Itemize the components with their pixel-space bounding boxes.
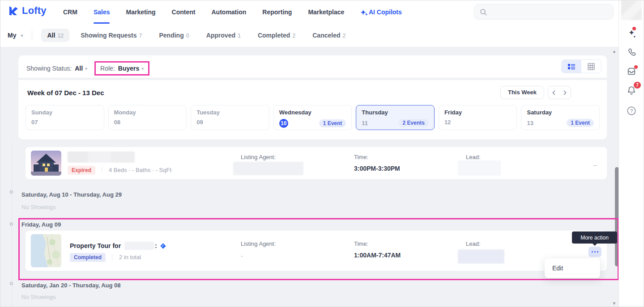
grid-view-icon [588, 63, 595, 70]
nav-crm[interactable]: CRM [63, 0, 77, 24]
role-value[interactable]: Buyers [118, 65, 139, 72]
day-card-thursday[interactable]: Thursday 11 2 Events [356, 105, 435, 130]
more-action-tooltip: More action [572, 231, 617, 244]
listing-agent-label: Listing Agent: [241, 240, 276, 247]
property-details: 4 Beds · - Baths · - SqFt [109, 167, 171, 173]
question-icon: ? [627, 106, 636, 116]
event-count-badge: 2 Events [399, 119, 429, 127]
redacted-agent [233, 162, 303, 175]
app-window: Lofty CRM Sales Marketing Content Automa… [0, 0, 644, 307]
tab-canceled[interactable]: Canceled 2 [307, 29, 351, 42]
price-value: -- [593, 162, 597, 168]
listing-agent-value: - [241, 252, 243, 259]
day-card-saturday[interactable]: Saturday 13 1 Event [521, 105, 600, 130]
redacted-lead [458, 160, 501, 176]
help-button[interactable]: ? [619, 106, 644, 116]
nav-automation[interactable]: Automation [212, 0, 247, 24]
nav-ai-copilots[interactable]: ✦✦ AI Copilots [360, 8, 401, 16]
tour-colon: : [155, 242, 157, 249]
phone-button[interactable] [619, 48, 644, 57]
lead-label: Lead: [466, 154, 481, 160]
chevron-right-icon [563, 90, 567, 95]
next-week-button[interactable] [559, 86, 571, 99]
global-search[interactable] [474, 4, 614, 20]
filter-tabs-row: My ▾ All 12 Showing Requests 7 Pending 0… [0, 24, 619, 47]
chevron-down-icon: ▾ [85, 66, 87, 71]
showing-row-expired[interactable]: Expired 4 Beds · - Baths · - SqFt Listin… [26, 147, 607, 179]
svg-text:?: ? [630, 108, 633, 114]
showing-status-value[interactable]: All [75, 65, 83, 72]
avatar[interactable] [621, 0, 642, 20]
search-icon [480, 8, 487, 16]
section-title-aug09: Friday, Aug 09 [21, 221, 61, 228]
scope-dropdown[interactable]: My ▾ [8, 32, 23, 39]
time-label: Time: [354, 154, 368, 160]
day-card-monday[interactable]: Monday 08 [108, 105, 187, 130]
section-empty-jan20: No Showings [21, 294, 56, 300]
tab-pending[interactable]: Pending 0 [153, 29, 195, 42]
redacted-lead [458, 249, 504, 264]
map-thumbnail [31, 234, 61, 267]
nav-content[interactable]: Content [172, 0, 196, 24]
divider [112, 254, 112, 260]
tab-showing-requests[interactable]: Showing Requests 7 [75, 29, 148, 42]
phone-icon [627, 48, 636, 57]
event-count-badge: 1 Event [567, 119, 594, 127]
more-actions-button[interactable] [589, 247, 601, 257]
main-nav: CRM Sales Marketing Content Automation R… [63, 0, 402, 24]
week-title: Week of 07 Dec - 13 Dec [27, 89, 104, 97]
day-card-wednesday[interactable]: Wednesday 10 1 Event [273, 105, 352, 130]
grid-view-button[interactable] [581, 60, 601, 73]
role-label: Role: [100, 65, 115, 72]
notifications-button[interactable]: 7 [619, 85, 644, 97]
nav-sales[interactable]: Sales [94, 0, 110, 24]
property-photo [31, 151, 61, 176]
tour-total: 2 in total [119, 254, 141, 261]
day-card-tuesday[interactable]: Tuesday 09 [191, 105, 269, 130]
list-view-button[interactable] [562, 60, 581, 73]
showing-filter-bar: Showing Status: All ▾ Role: Buyers ▾ [18, 55, 607, 78]
time-label: Time: [354, 240, 368, 247]
section-title-jan20: Saturday, Jan 20 - Thursday, Aug 08 [21, 282, 121, 289]
lead-label: Lead: [466, 240, 481, 247]
showing-status-label: Showing Status: [26, 65, 72, 72]
nav-marketplace[interactable]: Marketplace [308, 0, 344, 24]
view-toggle [561, 59, 601, 73]
top-nav: Lofty CRM Sales Marketing Content Automa… [0, 0, 619, 24]
chevron-left-icon [552, 90, 555, 95]
day-card-sunday[interactable]: Sunday 07 [26, 105, 104, 130]
divider [102, 167, 102, 173]
showing-row-tour[interactable]: Property Tour for : Completed 2 in total… [26, 231, 607, 271]
scroll-down-arrow[interactable]: ▼ [612, 301, 616, 306]
sparkle-icon: ✦✦ [360, 9, 366, 16]
global-search-input[interactable] [490, 8, 602, 15]
status-badge-completed: Completed [70, 253, 106, 262]
this-week-button[interactable]: This Week [500, 86, 544, 99]
tab-all[interactable]: All 12 [41, 29, 69, 42]
redacted-address [68, 151, 135, 163]
inbox-button[interactable] [619, 67, 644, 78]
lofty-logo-icon [8, 5, 19, 17]
tab-approved[interactable]: Approved 1 [200, 29, 247, 42]
timeline-dot [10, 282, 13, 285]
tour-title: Property Tour for [70, 242, 121, 249]
nav-marketing[interactable]: Marketing [126, 0, 155, 24]
lofty-logo[interactable]: Lofty [8, 5, 47, 17]
actions-menu: Edit [545, 258, 600, 278]
notification-count-badge: 7 [634, 82, 641, 88]
event-count-badge: 1 Event [319, 119, 346, 127]
scroll-up-arrow[interactable]: ▲ [612, 49, 616, 54]
week-panel: Week of 07 Dec - 13 Dec This Week Sunday… [18, 80, 607, 139]
ai-assistant-button[interactable]: ✦✦ [619, 28, 644, 38]
notification-dot [634, 65, 638, 69]
prev-week-button[interactable] [548, 86, 559, 99]
day-card-friday[interactable]: Friday 12 [439, 105, 517, 130]
tab-completed[interactable]: Completed 2 [252, 29, 301, 42]
main-content: Showing Status: All ▾ Role: Buyers ▾ [0, 47, 619, 307]
brand-name: Lofty [22, 5, 47, 17]
section-title-aug10: Saturday, Aug 10 - Thursday, Aug 29 [21, 191, 122, 198]
edit-menu-item[interactable]: Edit [552, 265, 563, 272]
status-badge-expired: Expired [68, 166, 95, 175]
nav-reporting[interactable]: Reporting [262, 0, 292, 24]
divider [32, 30, 32, 40]
